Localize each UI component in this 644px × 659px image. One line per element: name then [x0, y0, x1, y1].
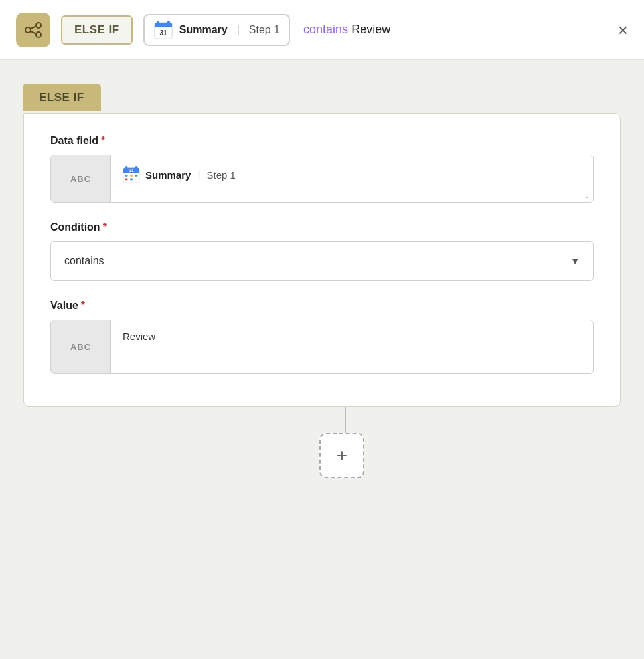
topbar-else-if-badge: ELSE IF: [61, 15, 133, 45]
svg-rect-16: [155, 25, 172, 27]
data-field-required: *: [101, 135, 105, 146]
close-icon: ×: [618, 20, 628, 40]
topbar-review-value: Review: [351, 23, 390, 36]
condition-label-text: Condition: [50, 221, 100, 233]
svg-rect-24: [135, 175, 138, 177]
svg-text:31: 31: [159, 29, 167, 37]
svg-rect-22: [125, 175, 128, 177]
svg-text:31: 31: [129, 168, 134, 173]
data-field-step-name: Summary: [145, 169, 191, 181]
main-content: ELSE IF Data field* ABC: [0, 60, 644, 478]
topbar-gcal-icon: 31: [154, 21, 173, 39]
bottom-area: +: [280, 407, 364, 478]
topbar-step-name: Summary: [179, 24, 228, 36]
svg-rect-26: [130, 179, 133, 181]
topbar-divider: |: [237, 24, 240, 36]
value-section: Value* ABC Review ⌟: [50, 300, 594, 374]
condition-dropdown-text: contains: [64, 255, 104, 267]
data-field-label: Data field*: [50, 135, 594, 147]
value-field-type-label: ABC: [70, 342, 91, 352]
value-field-value: Review: [123, 331, 155, 342]
value-label-text: Value: [50, 300, 78, 311]
value-field-box[interactable]: ABC Review ⌟: [50, 320, 594, 374]
workflow-icon: [16, 13, 50, 47]
value-required: *: [81, 300, 85, 311]
close-button[interactable]: ×: [618, 21, 628, 39]
data-field-content: 31 Summary | Step 1 ⌟: [111, 155, 593, 202]
data-field-gcal-icon: 31: [123, 166, 140, 183]
topbar-else-if-text: ELSE IF: [74, 23, 120, 36]
condition-dropdown-arrow-icon: ▼: [570, 256, 580, 266]
value-field-content: Review ⌟: [111, 320, 593, 373]
svg-point-0: [25, 27, 31, 33]
data-field-label-text: Data field: [50, 135, 98, 146]
condition-label: Condition*: [50, 221, 594, 233]
svg-line-4: [31, 31, 36, 34]
condition-section: Condition* contains ▼: [50, 221, 594, 281]
data-field-type-label: ABC: [70, 174, 91, 184]
condition-dropdown[interactable]: contains ▼: [50, 241, 594, 281]
data-field-type: ABC: [51, 155, 111, 202]
add-button[interactable]: +: [319, 433, 364, 478]
topbar-step-pill[interactable]: 31 Summary | Step 1: [143, 14, 290, 46]
workflow-svg: [23, 20, 43, 40]
value-label: Value*: [50, 300, 594, 312]
data-field-step-number: Step 1: [207, 169, 236, 181]
card: Data field* ABC: [23, 113, 621, 407]
svg-rect-25: [125, 179, 128, 181]
svg-rect-23: [130, 175, 133, 177]
data-field-sep: |: [197, 169, 200, 181]
topbar-condition-text: contains Review: [303, 23, 390, 37]
card-tab-label: ELSE IF: [39, 91, 84, 104]
condition-required: *: [103, 221, 107, 233]
card-container: ELSE IF Data field* ABC: [23, 113, 621, 407]
topbar-step-number: Step 1: [249, 24, 280, 36]
connector-line: [345, 407, 346, 433]
add-button-icon: +: [337, 445, 347, 466]
data-field-box[interactable]: ABC: [50, 155, 594, 203]
value-field-resize-handle: ⌟: [585, 361, 589, 371]
card-tab: ELSE IF: [23, 84, 101, 111]
svg-point-2: [36, 32, 41, 37]
data-field-resize-handle: ⌟: [585, 190, 589, 199]
topbar-contains: contains: [303, 23, 348, 36]
svg-line-3: [31, 26, 36, 29]
svg-point-1: [36, 23, 41, 28]
top-bar: ELSE IF 31 Summary | Step 1 contain: [0, 0, 644, 60]
summary-chip: 31 Summary | Step 1: [123, 166, 236, 183]
value-field-type: ABC: [51, 320, 111, 373]
